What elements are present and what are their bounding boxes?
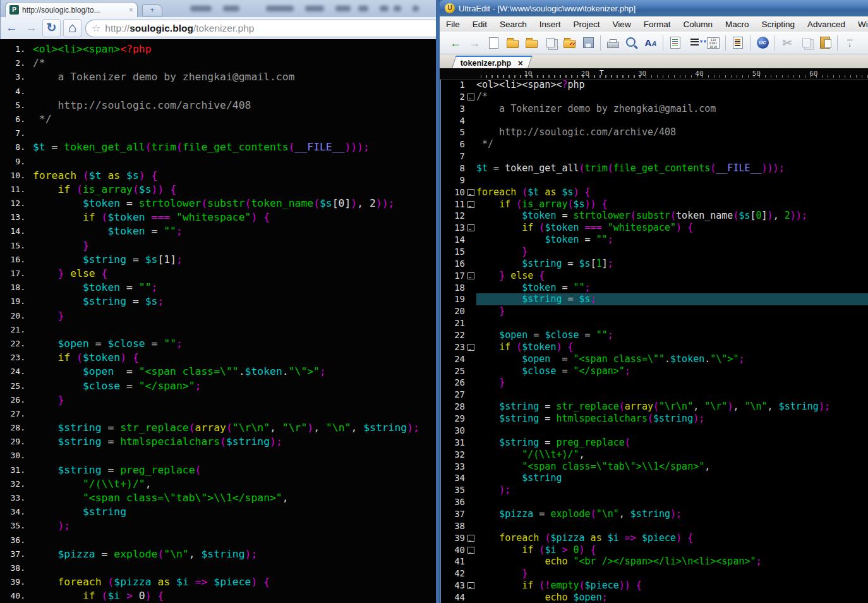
code-line[interactable]: 21 xyxy=(440,317,868,329)
forward-icon[interactable]: → xyxy=(466,35,483,51)
code-line[interactable]: 30 xyxy=(440,425,868,437)
code-line[interactable]: 32 "/(\\t+)/", xyxy=(440,449,868,461)
fold-marker[interactable] xyxy=(465,580,476,592)
menu-item-search[interactable]: Search xyxy=(493,20,533,29)
code-line[interactable]: 4 xyxy=(440,115,868,127)
home-icon[interactable]: ⌂ xyxy=(63,19,81,37)
bookmark-star-icon[interactable]: ☆ xyxy=(92,22,100,34)
code-line[interactable]: 12 $token = strtolower(substr(token_name… xyxy=(440,210,868,222)
code-line[interactable]: 22 $open = $close = ""; xyxy=(440,329,868,341)
menu-item-file[interactable]: File xyxy=(440,20,466,29)
print-icon[interactable] xyxy=(605,35,621,51)
code-line[interactable]: 9 xyxy=(440,174,868,186)
fold-marker[interactable] xyxy=(465,222,476,234)
code-line[interactable]: 3 a Tokenizer demo by zhengkai@gmail.com xyxy=(440,103,868,115)
code-line[interactable]: 40 if ($i > 0) { xyxy=(440,544,868,556)
close-file-icon[interactable] xyxy=(523,35,539,51)
code-line[interactable]: 23 if ($token) { xyxy=(440,341,868,353)
code-line[interactable]: 34 $string xyxy=(440,472,868,484)
menu-item-advanced[interactable]: Advanced xyxy=(801,20,852,29)
save-icon[interactable] xyxy=(580,35,596,51)
menu-item-macro[interactable]: Macro xyxy=(719,20,756,29)
editor-file-tab[interactable]: tokenizer.php × xyxy=(451,56,532,70)
code-line[interactable]: 15 } xyxy=(440,246,868,258)
code-line[interactable]: 20 } xyxy=(440,305,868,317)
reload-icon[interactable]: ↻ xyxy=(42,19,61,37)
code-line[interactable]: 29 $string = htmlspecialchars($string); xyxy=(440,413,868,425)
code-line[interactable]: 18 $token = ""; xyxy=(440,282,868,294)
browser-tab[interactable]: P http://soulogic.blog/to... × xyxy=(5,2,138,17)
syntax-highlight-icon[interactable] xyxy=(730,35,746,51)
code-line[interactable]: 39 foreach ($pizza as $i => $piece) { xyxy=(440,532,868,544)
code-line[interactable]: 44 echo $open; xyxy=(440,592,868,603)
menu-item-project[interactable]: Project xyxy=(567,20,606,29)
file-tab-close-icon[interactable]: × xyxy=(517,58,522,68)
fold-marker[interactable] xyxy=(465,544,476,556)
editor-titlebar[interactable]: U UltraEdit - [W:\www\soulogic\www\token… xyxy=(440,0,868,16)
code-line[interactable]: 36 xyxy=(440,496,868,508)
address-bar[interactable]: ☆ http://soulogic.blog/tokenizer.php xyxy=(85,20,437,37)
fold-marker[interactable] xyxy=(465,198,476,210)
font-icon[interactable]: AA xyxy=(642,35,659,51)
code-line[interactable]: 5 http://soulogic.com/archive/408 xyxy=(440,126,868,138)
forward-icon[interactable]: → xyxy=(23,20,40,37)
code-line[interactable]: 2/* xyxy=(440,91,868,103)
copy-file-icon[interactable] xyxy=(542,35,558,51)
code-line[interactable]: 26 } xyxy=(440,377,868,389)
code-line[interactable]: 28 $string = str_replace(array("\r\n", "… xyxy=(440,401,868,413)
hex-edit-icon[interactable]: 11001011010 xyxy=(705,35,721,51)
fold-marker[interactable] xyxy=(465,341,476,353)
code-line[interactable]: 27 xyxy=(440,389,868,401)
fold-marker[interactable] xyxy=(465,532,476,544)
code-line[interactable]: 8$t = token_get_all(trim(file_get_conten… xyxy=(440,162,868,174)
menu-item-format[interactable]: Format xyxy=(637,20,677,29)
code-line[interactable]: 41 echo "<br /></span></li>\n<li><span>"… xyxy=(440,556,868,568)
ftp-open-icon[interactable] xyxy=(561,35,577,51)
fold-marker[interactable] xyxy=(465,91,476,103)
code-line[interactable]: 11 if (is_array($s)) { xyxy=(440,198,868,210)
menu-item-window[interactable]: Window xyxy=(852,20,868,29)
code-line[interactable]: 6 */ xyxy=(440,138,868,150)
code-line[interactable]: 7 xyxy=(440,150,868,162)
menu-item-insert[interactable]: Insert xyxy=(533,20,567,29)
fold-marker[interactable] xyxy=(465,186,476,198)
find-icon[interactable] xyxy=(624,35,640,51)
column-mode-icon[interactable]: ▫▫▫↓ xyxy=(841,35,858,51)
copy-icon[interactable] xyxy=(798,35,814,51)
editor-code-area[interactable]: 1<ol><li><span><?php2/*3 a Tokenizer dem… xyxy=(440,79,868,603)
code-line[interactable]: 31 $string = preg_replace( xyxy=(440,437,868,449)
ultracompare-icon[interactable]: UC xyxy=(754,35,771,51)
code-line[interactable]: 43 if (!empty($piece)) { xyxy=(440,580,868,592)
menu-item-column[interactable]: Column xyxy=(677,20,719,29)
code-line[interactable]: 35 ); xyxy=(440,484,868,496)
new-file-icon[interactable] xyxy=(485,35,502,51)
menu-item-view[interactable]: View xyxy=(606,20,637,29)
code-line[interactable]: 10foreach ($t as $s) { xyxy=(440,186,868,198)
code-line[interactable]: 33 "<span class=\"tab\">\\1</span>", xyxy=(440,461,868,473)
fold-marker[interactable] xyxy=(465,270,476,282)
code-line[interactable]: 1<ol><li><span><?php xyxy=(440,79,868,91)
new-tab-button[interactable]: + xyxy=(142,4,162,16)
code-line[interactable]: 14 $token = ""; xyxy=(440,234,868,246)
menu-item-scripting[interactable]: Scripting xyxy=(755,20,801,29)
code-line[interactable]: 38 xyxy=(440,520,868,532)
tab-close-icon[interactable]: × xyxy=(128,5,133,15)
paste-icon[interactable] xyxy=(817,35,833,51)
code-line[interactable]: 42 } xyxy=(440,568,868,580)
back-icon[interactable]: ← xyxy=(447,35,464,51)
code-line[interactable]: 37 $pizza = explode("\n", $string); xyxy=(440,508,868,520)
reformat-icon[interactable] xyxy=(667,35,684,51)
fold-box-icon xyxy=(467,344,474,351)
cut-icon[interactable]: ✂ xyxy=(779,35,795,51)
open-file-icon[interactable] xyxy=(504,35,521,51)
code-line[interactable]: 17 } else { xyxy=(440,270,868,282)
code-line[interactable]: 25 $close = "</span>"; xyxy=(440,365,868,377)
menu-item-edit[interactable]: Edit xyxy=(466,20,493,29)
back-icon[interactable]: ← xyxy=(3,20,20,37)
code-line[interactable]: 24 $open = "<span class=\"".$token."\">"… xyxy=(440,353,868,365)
code-line[interactable]: 16 $string = $s[1]; xyxy=(440,258,868,270)
code-line[interactable]: 13 if ($token === "whitespace") { xyxy=(440,222,868,234)
code-line[interactable]: 19 $string = $s; xyxy=(440,293,868,305)
toolbar-separator xyxy=(600,35,601,51)
sort-icon[interactable] xyxy=(686,35,702,51)
